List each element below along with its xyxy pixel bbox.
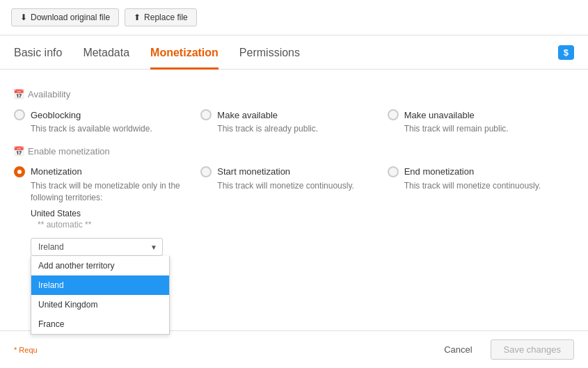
territory-section: United States ** automatic ** Add anothe… xyxy=(31,209,186,256)
replace-label: Replace file xyxy=(144,13,188,22)
end-monetization-label: End monetization xyxy=(404,166,474,177)
download-original-button[interactable]: ⬇ Download original file xyxy=(11,8,119,26)
tab-badge: $ xyxy=(558,45,574,60)
end-monetization-desc: This track will monetize continuously. xyxy=(404,180,560,192)
end-monetization-option[interactable]: End monetization This track will monetiz… xyxy=(388,166,574,257)
monetization-option[interactable]: Monetization This track will be monetiza… xyxy=(14,166,200,257)
make-unavailable-label: Make unavailable xyxy=(404,110,475,120)
dropdown-item-ireland[interactable]: Ireland xyxy=(31,275,169,295)
geoblocking-label: Geoblocking xyxy=(31,110,81,120)
geoblocking-option[interactable]: Geoblocking This track is available worl… xyxy=(14,109,200,135)
geoblocking-radio[interactable] xyxy=(14,109,25,120)
availability-options: Geoblocking This track is available worl… xyxy=(14,109,574,135)
replace-icon: ⬆ xyxy=(134,13,141,22)
make-unavailable-option[interactable]: Make unavailable This track will remain … xyxy=(388,109,574,135)
territory-dropdown-popup: Add another territory Ireland United Kin… xyxy=(31,256,170,335)
make-unavailable-radio[interactable] xyxy=(388,109,399,120)
toolbar: ⬇ Download original file ⬆ Replace file xyxy=(0,0,588,35)
download-label: Download original file xyxy=(31,13,110,22)
territory-automatic: ** automatic ** xyxy=(38,220,186,230)
cancel-button[interactable]: Cancel xyxy=(433,340,483,359)
replace-file-button[interactable]: ⬆ Replace file xyxy=(125,8,197,26)
start-monetization-radio[interactable] xyxy=(200,166,212,177)
tab-metadata[interactable]: Metadata xyxy=(83,35,129,70)
enable-monetization-label: Enable monetization xyxy=(28,146,110,157)
dropdown-item-united-kingdom[interactable]: United Kingdom xyxy=(31,295,169,314)
content-area: 📅 Availability Geoblocking This track is… xyxy=(0,70,588,278)
monetization-section-header: 📅 Enable monetization xyxy=(14,146,574,157)
tab-permissions[interactable]: Permissions xyxy=(239,35,300,70)
make-available-option[interactable]: Make available This track is already pub… xyxy=(200,109,387,135)
download-icon: ⬇ xyxy=(20,13,27,22)
territory-dropdown[interactable]: Add another territoryIrelandUnited Kingd… xyxy=(31,238,163,256)
make-available-radio[interactable] xyxy=(200,109,212,120)
save-changes-button[interactable]: Save changes xyxy=(491,339,574,360)
make-unavailable-desc: This track will remain public. xyxy=(404,123,560,135)
calendar-icon: 📅 xyxy=(14,90,24,99)
tab-bar: Basic info Metadata Monetization Permiss… xyxy=(0,35,588,70)
start-monetization-option[interactable]: Start monetization This track will monet… xyxy=(200,166,387,257)
make-available-desc: This track is already public. xyxy=(217,123,373,135)
monetization-options: Monetization This track will be monetiza… xyxy=(14,166,574,257)
footer: * Requ Cancel Save changes xyxy=(0,330,588,368)
dropdown-item-france[interactable]: France xyxy=(31,314,169,334)
geoblocking-desc: This track is available worldwide. xyxy=(31,123,186,135)
tab-basic-info[interactable]: Basic info xyxy=(14,35,62,70)
start-monetization-desc: This track will monetize continuously. xyxy=(217,180,373,192)
availability-section-header: 📅 Availability xyxy=(14,89,574,99)
start-monetization-label: Start monetization xyxy=(217,166,290,177)
monetization-label: Monetization xyxy=(31,166,82,177)
monetization-radio[interactable] xyxy=(14,166,25,177)
end-monetization-radio[interactable] xyxy=(388,166,399,177)
make-available-label: Make available xyxy=(217,110,278,120)
availability-label: Availability xyxy=(28,89,70,99)
required-note: * Requ xyxy=(14,346,38,354)
dropdown-item-add-territory[interactable]: Add another territory xyxy=(31,256,169,275)
monetization-desc: This track will be monetizable only in t… xyxy=(31,180,186,204)
calendar-icon-2: 📅 xyxy=(14,146,24,156)
territory-dropdown-wrapper: Add another territoryIrelandUnited Kingd… xyxy=(31,238,163,256)
territory-country: United States xyxy=(31,209,186,218)
tab-monetization[interactable]: Monetization xyxy=(150,35,218,70)
